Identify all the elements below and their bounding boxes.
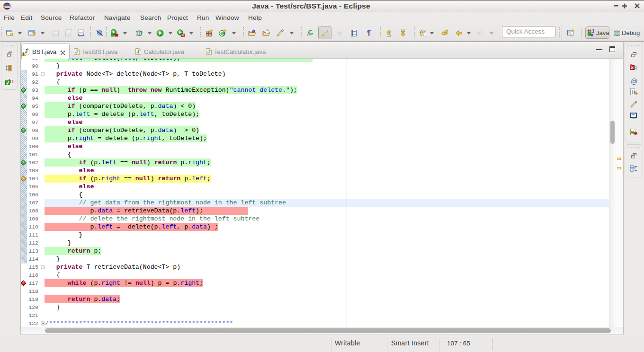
svg-text:U: U (9, 79, 13, 84)
svg-text:J: J (591, 29, 594, 34)
svg-text:J: J (75, 49, 78, 54)
svg-text:J: J (207, 49, 210, 54)
svg-text:J: J (137, 49, 140, 54)
svg-text:{e: {e (631, 89, 636, 94)
